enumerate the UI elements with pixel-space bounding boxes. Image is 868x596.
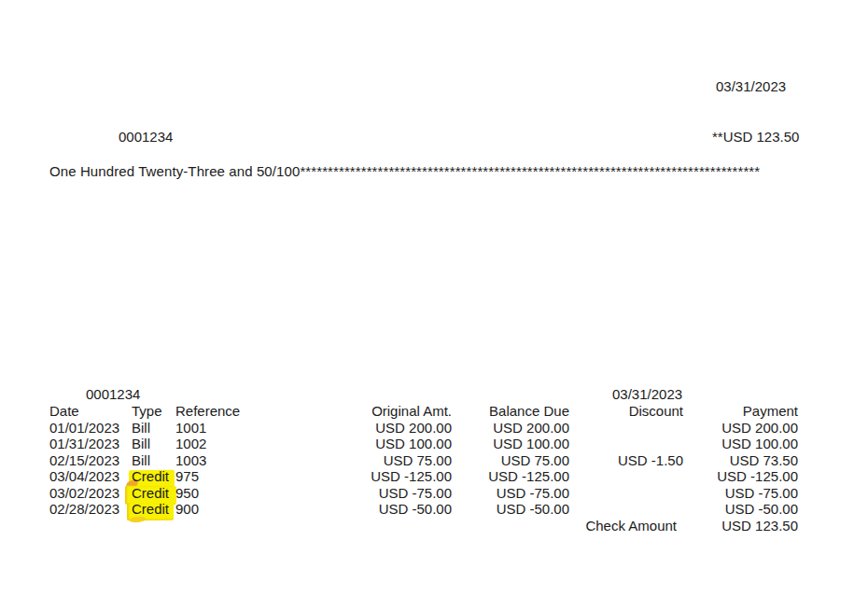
cell-balance-due: USD 75.00 [452, 452, 569, 469]
check-amount-label: Check Amount [569, 518, 683, 534]
col-header-type: Type [132, 403, 175, 420]
cell-type: Bill [132, 452, 175, 469]
cell-original-amt: USD 75.00 [276, 452, 452, 469]
cell-reference: 975 [175, 468, 276, 485]
cell-balance-due: USD -125.00 [452, 468, 569, 485]
cell-payment: USD 200.00 [683, 420, 798, 437]
cell-date: 02/28/2023 [49, 501, 132, 518]
cell-discount [569, 420, 683, 437]
cell-reference: 900 [175, 501, 276, 518]
total-spacer [49, 518, 132, 534]
col-header-discount: Discount [569, 403, 683, 420]
cell-reference: 1001 [175, 420, 276, 437]
check-number: 0001234 [119, 129, 173, 145]
cell-original-amt: USD 200.00 [276, 420, 452, 437]
cell-type: Bill [132, 436, 175, 452]
cell-discount [569, 436, 683, 452]
cell-balance-due: USD -75.00 [452, 485, 569, 502]
cell-discount [569, 485, 683, 502]
stub-table: Date Type Reference Original Amt. Balanc… [49, 403, 798, 534]
cell-discount [569, 501, 683, 518]
cell-date: 01/01/2023 [49, 420, 132, 437]
cell-date: 03/02/2023 [49, 485, 132, 502]
cell-type: Bill [132, 420, 175, 437]
stub-check-number: 0001234 [86, 386, 140, 402]
cell-original-amt: USD -75.00 [276, 485, 452, 502]
cell-original-amt: USD -50.00 [276, 501, 452, 518]
cell-original-amt: USD 100.00 [276, 436, 452, 452]
cell-date: 01/31/2023 [49, 436, 132, 452]
check-document: 03/31/2023 0001234 **USD 123.50 One Hund… [0, 0, 868, 596]
cell-payment: USD 73.50 [683, 452, 798, 469]
check-amount-words: One Hundred Twenty-Three and 50/100*****… [49, 163, 760, 179]
col-header-date: Date [49, 403, 132, 420]
check-date: 03/31/2023 [716, 78, 786, 94]
cell-type-highlighted: Credit [132, 485, 175, 502]
check-amount-numeric: **USD 123.50 [712, 129, 799, 145]
cell-balance-due: USD 200.00 [452, 420, 569, 437]
cell-reference: 950 [175, 485, 276, 502]
col-header-payment: Payment [683, 403, 798, 420]
cell-payment: USD -50.00 [683, 501, 798, 518]
stub-date: 03/31/2023 [612, 386, 682, 402]
cell-discount: USD -1.50 [569, 452, 683, 469]
cell-original-amt: USD -125.00 [276, 468, 452, 485]
cell-reference: 1003 [175, 452, 276, 469]
cell-date: 03/04/2023 [49, 468, 132, 485]
cell-payment: USD 100.00 [683, 436, 798, 452]
cell-balance-due: USD -50.00 [452, 501, 569, 518]
cell-discount [569, 468, 683, 485]
cell-type-highlighted: Credit [132, 468, 175, 485]
cell-date: 02/15/2023 [49, 452, 132, 469]
check-amount-total: USD 123.50 [683, 518, 798, 534]
cell-reference: 1002 [175, 436, 276, 452]
cell-payment: USD -75.00 [683, 485, 798, 502]
cell-payment: USD -125.00 [683, 468, 798, 485]
cell-type-highlighted: Credit [132, 501, 175, 518]
col-header-original-amt: Original Amt. [276, 403, 452, 420]
col-header-balance-due: Balance Due [452, 403, 569, 420]
cell-balance-due: USD 100.00 [452, 436, 569, 452]
col-header-reference: Reference [175, 403, 276, 420]
